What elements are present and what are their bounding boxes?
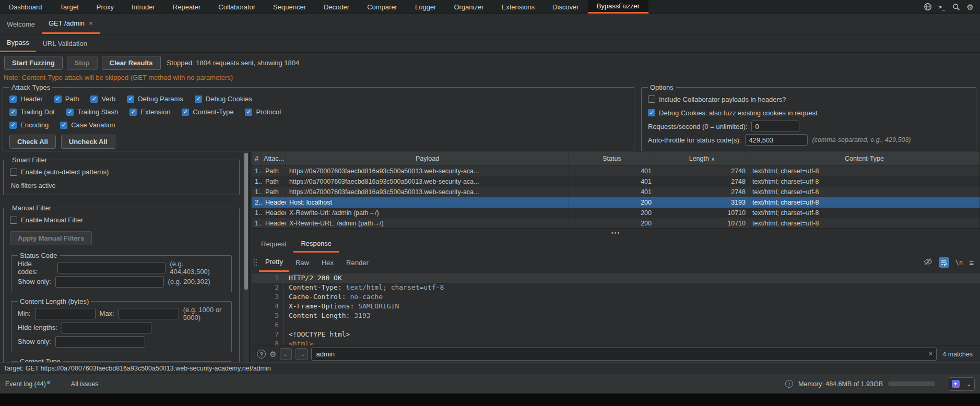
terminal-icon[interactable]: >_ <box>937 2 947 11</box>
scrollbar-thumb[interactable] <box>244 153 248 290</box>
tab-welcome[interactable]: Welcome <box>0 14 42 34</box>
column-header-status[interactable]: Status <box>569 152 655 165</box>
table-row[interactable]: 1...Pathhttps://0a70007603faecbd816a93c5… <box>252 176 980 187</box>
tab-organizer[interactable]: Organizer <box>445 0 492 14</box>
table-row[interactable]: 1...HeaderX-Rewrite-URL: /admin (path→/)… <box>252 218 980 229</box>
minmax-hint: (e.g. 1000 or 5000) <box>183 306 225 321</box>
info-icon[interactable]: i <box>785 380 793 388</box>
filter-panel: Smart Filter Enable (auto-detect pattern… <box>0 152 250 362</box>
tab-response[interactable]: Response <box>293 235 339 253</box>
globe-icon[interactable] <box>923 2 932 11</box>
hide-lengths-input[interactable] <box>62 322 151 333</box>
event-log-link[interactable]: Event log (44) <box>5 380 50 388</box>
min-length-input[interactable] <box>35 308 96 319</box>
next-match-button[interactable]: → <box>296 348 308 360</box>
checkbox-checked-icon: ✓ <box>60 122 67 129</box>
tab-target[interactable]: Target <box>51 0 88 14</box>
hide-codes-input[interactable] <box>57 262 166 273</box>
table-row[interactable]: 1...Pathhttps://0a70007603faecbd816a93c5… <box>252 187 980 197</box>
tab-render[interactable]: Render <box>340 253 375 272</box>
attack-type-extension-checkbox[interactable]: ✓Extension <box>129 108 170 116</box>
tab-url-validation[interactable]: URL Validation <box>36 34 94 52</box>
tab-discover[interactable]: Discover <box>544 0 588 14</box>
tab-extensions[interactable]: Extensions <box>493 0 544 14</box>
bottom-strip <box>0 393 980 406</box>
all-issues-link[interactable]: All issues <box>71 380 99 388</box>
show-lengths-input[interactable] <box>55 336 145 348</box>
column-header-content-type[interactable]: Content-Type <box>749 152 980 165</box>
search-icon[interactable] <box>951 2 961 11</box>
column-header-num[interactable]: # <box>252 152 262 165</box>
attack-type-trailing-dot-checkbox[interactable]: ✓Trailing Dot <box>9 108 55 116</box>
attack-type-content-type-checkbox[interactable]: ✓Content-Type <box>182 108 233 116</box>
tab-repeater[interactable]: Repeater <box>164 0 209 14</box>
start-fuzzing-button[interactable]: Start Fuzzing <box>4 56 63 70</box>
tab-bypassfuzzer[interactable]: BypassFuzzer <box>588 0 648 14</box>
check-all-button[interactable]: Check All <box>9 135 56 149</box>
clear-search-icon[interactable]: × <box>928 350 932 358</box>
main-split-area: Smart Filter Enable (auto-detect pattern… <box>0 152 980 362</box>
code-line: 8<html> <box>252 339 980 345</box>
search-settings-icon[interactable]: ⚙ <box>269 350 276 359</box>
attack-type-verb-checkbox[interactable]: ✓Verb <box>90 95 115 103</box>
uncheck-all-button[interactable]: Uncheck All <box>61 135 115 149</box>
tab-hex[interactable]: Hex <box>315 253 340 272</box>
stop-button[interactable]: Stop <box>67 56 98 70</box>
hide-nonprinting-icon[interactable] <box>924 257 932 268</box>
search-input[interactable] <box>311 348 937 361</box>
attack-type-path-checkbox[interactable]: ✓Path <box>54 95 79 103</box>
attack-type-trailing-slash-checkbox[interactable]: ✓Trailing Slash <box>66 108 118 116</box>
tab-bypass[interactable]: Bypass <box>0 34 36 52</box>
tab-logger[interactable]: Logger <box>406 0 445 14</box>
tab-sequencer[interactable]: Sequencer <box>264 0 315 14</box>
column-header-payload[interactable]: Payload <box>286 152 569 165</box>
attack-type-header-checkbox[interactable]: ✓Header <box>9 95 43 103</box>
throttle-input[interactable] <box>745 134 808 146</box>
collaborator-checkbox[interactable]: Include Collaborator payloads in headers… <box>648 95 786 103</box>
tab-get-admin[interactable]: GET /admin × <box>42 14 100 34</box>
tab-comparer[interactable]: Comparer <box>358 0 406 14</box>
attack-type-encoding-checkbox[interactable]: ✓Encoding <box>9 121 49 129</box>
close-tab-icon[interactable]: × <box>89 19 93 27</box>
ai-dropdown-button[interactable]: ⌄ <box>963 378 974 390</box>
tab-pretty[interactable]: Pretty <box>259 253 289 272</box>
clear-results-button[interactable]: Clear Results <box>102 56 161 70</box>
debug-cookies-option-checkbox[interactable]: ✓Debug Cookies: also fuzz existing cooki… <box>648 109 818 117</box>
apply-manual-filters-button[interactable]: Apply Manual Filters <box>10 231 92 245</box>
tab-request[interactable]: Request <box>254 235 293 253</box>
attack-type-debug-cookies-checkbox[interactable]: ✓Debug Cookies <box>195 95 252 103</box>
tab-collaborator[interactable]: Collaborator <box>209 0 264 14</box>
attack-type-debug-params-checkbox[interactable]: ✓Debug Params <box>127 95 183 103</box>
smart-filter-enable-checkbox[interactable]: Enable (auto-detect patterns) <box>10 168 109 176</box>
tab-dashboard[interactable]: Dashboard <box>0 0 51 14</box>
attack-type-protocol-checkbox[interactable]: ✓Protocol <box>245 108 281 116</box>
tab-raw[interactable]: Raw <box>289 253 315 272</box>
show-codes-input[interactable] <box>55 276 164 288</box>
rps-input[interactable] <box>751 121 799 132</box>
search-help-icon[interactable]: ? <box>257 350 266 359</box>
code-line: 4X-Frame-Options: SAMEORIGIN <box>252 302 980 311</box>
gear-icon[interactable]: ⚙ <box>965 2 975 11</box>
previous-match-button[interactable]: ← <box>280 348 292 360</box>
attack-types-row-2: ✓Trailing Dot ✓Trailing Slash ✓Extension… <box>9 105 628 118</box>
manual-filter-enable-checkbox[interactable]: Enable Manual Filter <box>10 216 83 224</box>
status-bar: Event log (44) All issues i Memory: 484.… <box>0 374 980 393</box>
checkbox-checked-icon: ✓ <box>195 95 202 103</box>
word-wrap-icon[interactable] <box>939 257 949 268</box>
table-row[interactable]: 1...HeaderX-Rewrite-Url: /admin (path→/)… <box>252 208 980 218</box>
show-newlines-icon[interactable]: \n <box>955 259 963 266</box>
table-row-selected[interactable]: 2...HeaderHost: localhost2003193text/htm… <box>252 197 980 208</box>
column-header-length[interactable]: Length∧ <box>655 152 749 165</box>
burp-ai-button[interactable]: ✦ <box>948 378 963 390</box>
splitter-handle[interactable]: ••• <box>252 230 980 235</box>
tab-proxy[interactable]: Proxy <box>88 0 123 14</box>
table-row[interactable]: 1...Pathhttps://0a70007603faecbd816a93c5… <box>252 166 980 176</box>
response-editor[interactable]: 1HTTP/2 200 OK 2Content-Type: text/html;… <box>252 272 980 345</box>
drag-grip-icon[interactable] <box>254 259 255 260</box>
tab-decoder[interactable]: Decoder <box>315 0 358 14</box>
column-header-attack[interactable]: Attac... <box>262 152 286 165</box>
attack-type-case-variation-checkbox[interactable]: ✓Case Variation <box>60 121 115 129</box>
max-length-input[interactable] <box>119 308 179 319</box>
tab-intruder[interactable]: Intruder <box>123 0 164 14</box>
editor-menu-icon[interactable]: ≡ <box>969 258 974 267</box>
